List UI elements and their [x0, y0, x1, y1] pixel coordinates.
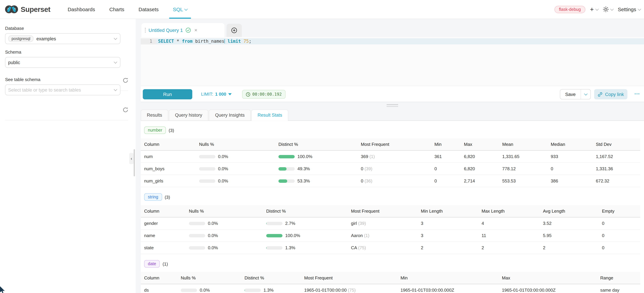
more-actions-button[interactable]: ... — [634, 90, 640, 96]
stat-value: 11 — [482, 233, 543, 238]
stat-value: 2 — [543, 245, 602, 250]
nav-item-datasets[interactable]: Datasets — [132, 0, 166, 19]
tab-query-insights[interactable]: Query Insights — [209, 110, 251, 120]
settings-menu[interactable]: Settings — [618, 6, 640, 12]
save-button[interactable]: Save — [560, 90, 580, 99]
drag-handle-icon[interactable] — [145, 28, 146, 32]
add-query-tab-button[interactable] — [226, 24, 242, 37]
query-tab[interactable]: Untitled Query 1 × — [142, 23, 224, 37]
main-nav: DashboardsChartsDatasetsSQL — [60, 0, 194, 19]
nulls-bar — [189, 234, 205, 237]
column-header: Distinct % — [244, 275, 304, 280]
column-header: Most Frequent — [361, 142, 434, 147]
stat-value: 553.53 — [502, 178, 551, 184]
nav-item-charts[interactable]: Charts — [102, 0, 132, 19]
save-options-caret[interactable] — [580, 90, 590, 99]
new-menu-button[interactable]: + — [590, 6, 598, 12]
chevron-down-icon — [638, 7, 641, 10]
elapsed-timer-badge: 00:00:00.192 — [242, 90, 285, 99]
sql-active-line[interactable]: 1 SELECT * from birth_names limit 75; — [141, 38, 644, 44]
nulls-bar — [199, 179, 215, 182]
database-label: Database — [5, 26, 136, 31]
link-icon — [598, 92, 603, 97]
close-tab-icon[interactable]: × — [194, 27, 197, 33]
stat-value: 933 — [551, 154, 596, 159]
table-row: gender0.0%2.7%girl (39)343.520 — [141, 218, 640, 230]
limit-dropdown[interactable]: LIMIT: 1 000 — [201, 92, 232, 97]
theme-toggle-button[interactable] — [603, 6, 613, 12]
limit-label: LIMIT: — [201, 92, 213, 97]
most-frequent-cell: 0 (36) — [361, 178, 434, 184]
table-row: num_girls0.0%53.3%0 (36)02,714553.533866… — [141, 175, 640, 187]
most-frequent-cell: 369 (1) — [361, 154, 434, 159]
nulls-bar — [181, 288, 197, 292]
nulls-percent: 0.0% — [218, 178, 228, 184]
sql-token: from — [182, 39, 192, 44]
date-type-badge: date — [144, 260, 160, 268]
sql-token — [241, 39, 244, 44]
schema-select[interactable]: public — [5, 57, 120, 68]
column-header: Column — [144, 142, 199, 147]
stat-value: 0 — [602, 221, 640, 226]
line-number: 1 — [141, 38, 156, 44]
nav-item-dashboards[interactable]: Dashboards — [60, 0, 102, 19]
most-frequent-count: (39) — [358, 221, 366, 226]
column-count: (1) — [162, 261, 168, 266]
sql-code-line[interactable]: SELECT * from birth_names limit 75; — [156, 38, 252, 44]
column-header: Nulls % — [181, 275, 244, 280]
sql-token: 75 — [244, 39, 249, 44]
column-name: state — [144, 245, 189, 250]
sql-token: birth_names — [192, 39, 224, 44]
brand-title: Superset — [21, 5, 50, 14]
stat-value: 0 — [602, 233, 640, 238]
nulls-percent-cell: 0.0% — [189, 233, 266, 238]
run-button[interactable]: Run — [143, 89, 192, 99]
stat-value: 0 — [602, 245, 640, 250]
nulls-percent: 0.0% — [208, 233, 218, 238]
refresh-tables-icon[interactable] — [122, 107, 128, 113]
table-row: name0.0%100.0%Aaron (1)3115.950 — [141, 230, 640, 242]
stat-value: 6,820 — [464, 154, 502, 159]
collapse-sidebar-button[interactable]: ‹ — [129, 153, 134, 164]
bar-fill — [266, 234, 282, 237]
tab-result-stats[interactable]: Result Stats — [252, 110, 288, 120]
column-header: Column — [144, 275, 181, 280]
save-split-button[interactable]: Save — [560, 89, 591, 99]
nulls-bar — [189, 222, 205, 225]
nulls-percent: 0.0% — [218, 166, 228, 171]
database-name: examples — [36, 36, 56, 41]
superset-logo[interactable]: Superset — [0, 5, 50, 14]
table-select[interactable]: Select table or type to search tables — [5, 84, 120, 95]
stat-value: 0 — [434, 178, 464, 184]
most-frequent-cell: CA (75) — [351, 245, 421, 250]
refresh-schema-icon[interactable] — [122, 77, 128, 84]
database-select[interactable]: postgresql examples — [5, 33, 120, 44]
number-type-badge: number — [144, 126, 166, 134]
stat-value: 0 — [551, 166, 596, 171]
distinct-percent-cell: 100.0% — [278, 154, 361, 159]
stat-value: same day — [600, 288, 640, 293]
table-header-row: ColumnNulls %Distinct %Most FrequentMinM… — [141, 272, 640, 284]
pane-resize-handle[interactable] — [386, 104, 398, 108]
copy-link-button[interactable]: Copy link — [594, 89, 628, 99]
stat-value: 0 — [434, 166, 464, 171]
chevron-down-icon — [114, 60, 117, 64]
sql-editor[interactable]: 1 SELECT * from birth_names limit 75; — [141, 37, 644, 86]
nav-item-sql[interactable]: SQL — [166, 0, 194, 19]
stat-value: 2,714 — [464, 178, 502, 184]
panel-scrollbar-thumb[interactable] — [134, 149, 135, 176]
chevron-down-icon — [595, 7, 599, 10]
most-frequent-cell: Aaron (1) — [351, 233, 421, 238]
tab-query-history[interactable]: Query history — [169, 110, 208, 120]
column-header: Avg Length — [543, 208, 602, 214]
distinct-percent: 100.0% — [298, 154, 312, 159]
tab-results[interactable]: Results — [141, 110, 168, 120]
distinct-percent: 53.3% — [298, 178, 310, 184]
nulls-bar — [199, 155, 215, 158]
table-row: num_boys0.0%49.3%0 (39)06,820778.1201,33… — [141, 163, 640, 175]
chevron-left-icon: ‹ — [131, 156, 132, 161]
stat-value: 6,820 — [464, 166, 502, 171]
table-select-placeholder: Select table or type to search tables — [8, 87, 81, 92]
table-row: ds0.0%1.3%1965-01-01T00:00:00 (75)1965-0… — [141, 284, 640, 293]
stat-value: 2 — [482, 245, 543, 250]
